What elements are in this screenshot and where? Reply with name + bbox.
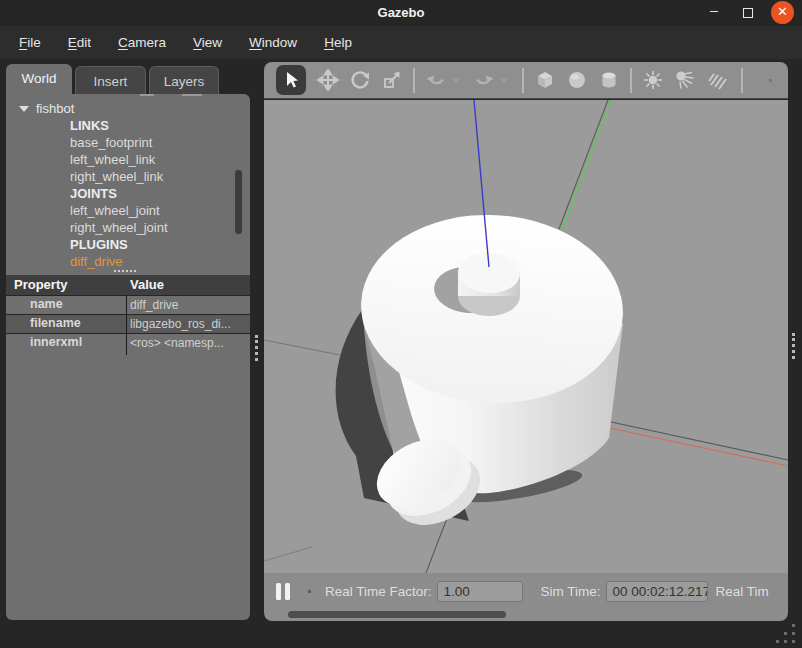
menu-item-help[interactable]: Help xyxy=(313,26,363,59)
y-axis-line xyxy=(562,100,611,230)
window-resize-grip[interactable] xyxy=(776,624,798,644)
window: { "titlebar": { "title": "Gazebo", "mini… xyxy=(0,0,802,648)
property-row-filename[interactable]: filename libgazebo_ros_di... xyxy=(6,314,250,333)
real-time-label: Real Tim xyxy=(716,584,788,599)
tab-world[interactable]: World xyxy=(6,64,72,94)
pause-icon xyxy=(285,583,290,600)
toolbar-overflow-dot xyxy=(769,79,772,82)
rotate-icon xyxy=(349,69,371,91)
translate-icon xyxy=(317,69,339,91)
robot-scene xyxy=(264,100,788,573)
sphere-icon xyxy=(566,69,588,91)
column-value: Value xyxy=(130,277,164,292)
status-row: Real Time Factor: 1.00 Sim Time: 00 00:0… xyxy=(264,573,788,609)
right-splitter-handle[interactable] xyxy=(792,333,795,359)
tree-item-left-wheel-link[interactable]: left_wheel_link xyxy=(6,152,242,169)
tree-item-right-wheel-joint[interactable]: right_wheel_joint xyxy=(6,220,242,237)
property-table-header: Property Value xyxy=(6,275,250,295)
toolbar-separator xyxy=(630,68,632,93)
tree-scrollbar-thumb[interactable] xyxy=(235,170,242,234)
menu-item-edit[interactable]: Edit xyxy=(57,26,102,59)
directional-light-button[interactable] xyxy=(705,68,729,92)
column-property: Property xyxy=(14,277,67,292)
tree-item-plugins[interactable]: PLUGINS xyxy=(6,237,242,254)
property-row-innerxml[interactable]: innerxml <ros> <namesp... xyxy=(6,333,250,352)
cylinder-icon xyxy=(598,69,620,91)
close-icon: ✕ xyxy=(777,4,788,19)
menu-bar: File Edit Camera View Window Help xyxy=(0,26,802,59)
minimize-button[interactable]: – xyxy=(703,3,725,23)
undo-dropdown-caret[interactable] xyxy=(452,78,460,83)
point-light-icon xyxy=(642,69,664,91)
spot-light-button[interactable] xyxy=(673,68,697,92)
undo-button[interactable] xyxy=(424,68,448,92)
sim-time-label: Sim Time: xyxy=(541,584,601,599)
toolbar-separator xyxy=(413,68,415,93)
box-icon xyxy=(534,69,556,91)
toolbar-separator xyxy=(741,68,743,93)
window-title: Gazebo xyxy=(0,0,802,26)
menu-item-view[interactable]: View xyxy=(182,26,233,59)
horizontal-scrollbar-thumb[interactable] xyxy=(288,611,506,618)
grid-line xyxy=(264,547,312,561)
select-tool-button[interactable] xyxy=(276,65,306,95)
tree-item-right-wheel-link[interactable]: right_wheel_link xyxy=(6,169,242,186)
point-light-button[interactable] xyxy=(641,68,665,92)
scale-tool-button[interactable] xyxy=(380,68,404,92)
tab-layers[interactable]: Layers xyxy=(149,66,219,94)
maximize-icon xyxy=(743,8,753,18)
column-divider xyxy=(126,295,127,355)
tree-item-diff-drive[interactable]: diff_drive xyxy=(6,254,242,271)
sim-time-field[interactable]: 00 00:02:12.217 xyxy=(606,581,708,602)
menu-item-file[interactable]: File xyxy=(8,26,52,59)
tree-item-base-footprint[interactable]: base_footprint xyxy=(6,135,242,152)
pause-icon xyxy=(276,583,281,600)
tree-item-joints[interactable]: JOINTS xyxy=(6,186,242,203)
step-dot xyxy=(308,590,311,593)
rotate-tool-button[interactable] xyxy=(348,68,372,92)
property-table: Property Value name diff_drive filename … xyxy=(6,275,250,352)
rtf-label: Real Time Factor: xyxy=(325,584,432,599)
tree-table-splitter-handle[interactable] xyxy=(114,270,136,272)
spot-light-icon xyxy=(674,69,696,91)
title-bar: Gazebo – ✕ xyxy=(0,0,802,26)
redo-button[interactable] xyxy=(472,68,496,92)
viewport-column: Real Time Factor: 1.00 Sim Time: 00 00:0… xyxy=(264,62,788,621)
undo-icon xyxy=(424,69,448,91)
cylinder-shape-button[interactable] xyxy=(597,68,621,92)
left-splitter-handle[interactable] xyxy=(255,335,258,361)
world-panel: fishbot LINKS base_footprint left_wheel_… xyxy=(6,94,250,620)
tab-insert[interactable]: Insert xyxy=(75,66,146,94)
pause-button[interactable] xyxy=(276,583,290,600)
clipped-tree-item-fragment xyxy=(182,94,202,96)
tree-item-left-wheel-joint[interactable]: left_wheel_joint xyxy=(6,203,242,220)
grid-line xyxy=(264,340,345,356)
viewport-canvas[interactable] xyxy=(264,100,788,573)
translate-tool-button[interactable] xyxy=(316,68,340,92)
menu-item-camera[interactable]: Camera xyxy=(107,26,177,59)
directional-light-icon xyxy=(706,69,728,91)
redo-icon xyxy=(472,69,496,91)
rtf-field[interactable]: 1.00 xyxy=(437,581,523,602)
tree-item-fishbot[interactable]: fishbot xyxy=(6,101,242,118)
close-button[interactable]: ✕ xyxy=(771,1,794,24)
box-shape-button[interactable] xyxy=(533,68,557,92)
redo-dropdown-caret[interactable] xyxy=(500,78,508,83)
grid-line xyxy=(559,100,608,229)
tree-item-links[interactable]: LINKS xyxy=(6,118,242,135)
maximize-button[interactable] xyxy=(737,3,759,23)
clipped-tree-item-fragment xyxy=(140,94,154,96)
expand-caret-icon[interactable] xyxy=(19,106,29,112)
toolbar-separator xyxy=(522,68,524,93)
menu-item-window[interactable]: Window xyxy=(238,26,308,59)
cursor-arrow-icon xyxy=(280,69,302,91)
scale-icon xyxy=(381,69,403,91)
property-row-name[interactable]: name diff_drive xyxy=(6,295,250,314)
render-toolbar xyxy=(264,62,788,99)
status-bar: Real Time Factor: 1.00 Sim Time: 00 00:0… xyxy=(264,573,788,621)
sphere-shape-button[interactable] xyxy=(565,68,589,92)
